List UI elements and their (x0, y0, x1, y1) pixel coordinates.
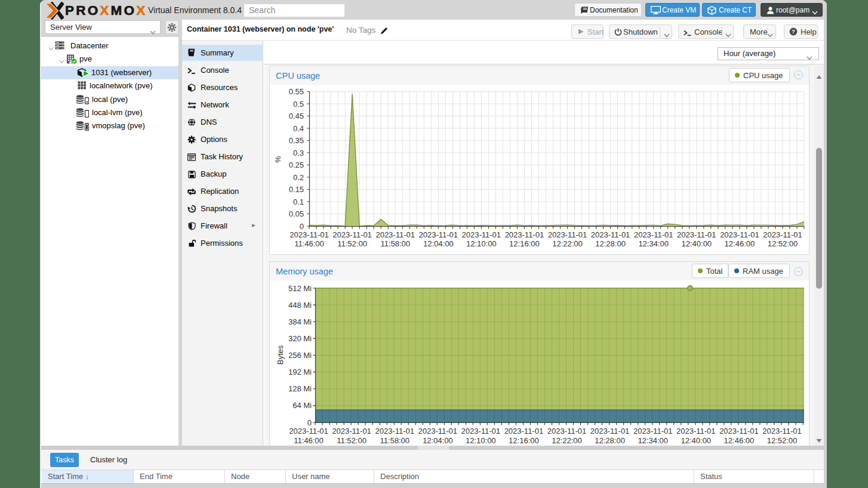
svg-text:12:04:00: 12:04:00 (423, 436, 453, 445)
svg-text:320 Mi: 320 Mi (288, 334, 312, 343)
svg-text:2023-11-01: 2023-11-01 (590, 427, 630, 436)
svg-text:2023-11-01: 2023-11-01 (548, 230, 587, 239)
svg-text:2023-11-01: 2023-11-01 (418, 427, 458, 436)
svg-text:512 Mi: 512 Mi (288, 284, 312, 293)
svg-text:0.15: 0.15 (289, 185, 304, 194)
svg-text:11:52:00: 11:52:00 (337, 239, 367, 248)
svg-text:384 Mi: 384 Mi (288, 317, 312, 326)
svg-text:2023-11-01: 2023-11-01 (676, 427, 716, 436)
svg-text:2023-11-01: 2023-11-01 (633, 427, 673, 436)
svg-text:12:46:00: 12:46:00 (725, 239, 755, 248)
svg-text:192 Mi: 192 Mi (288, 367, 312, 376)
svg-text:12:22:00: 12:22:00 (552, 436, 582, 445)
svg-text:12:22:00: 12:22:00 (552, 239, 583, 248)
svg-text:12:28:00: 12:28:00 (595, 239, 626, 248)
svg-text:2023-11-01: 2023-11-01 (677, 230, 716, 239)
svg-text:12:52:00: 12:52:00 (767, 436, 798, 445)
svg-text:12:28:00: 12:28:00 (595, 436, 625, 445)
svg-text:0.45: 0.45 (289, 112, 304, 121)
svg-text:0.05: 0.05 (289, 209, 304, 218)
svg-text:2023-11-01: 2023-11-01 (719, 427, 759, 436)
svg-text:2023-11-01: 2023-11-01 (547, 427, 587, 436)
svg-text:11:46:00: 11:46:00 (294, 239, 324, 248)
svg-text:12:10:00: 12:10:00 (466, 436, 496, 445)
svg-text:12:34:00: 12:34:00 (638, 436, 668, 445)
svg-text:2023-11-01: 2023-11-01 (375, 427, 414, 436)
svg-text:2023-11-01: 2023-11-01 (333, 230, 372, 239)
svg-text:2023-11-01: 2023-11-01 (462, 230, 501, 239)
svg-text:0.55: 0.55 (289, 87, 304, 96)
svg-text:448 Mi: 448 Mi (288, 301, 312, 310)
svg-text:2023-11-01: 2023-11-01 (332, 427, 371, 436)
svg-text:0.5: 0.5 (293, 100, 304, 109)
svg-text:12:16:00: 12:16:00 (509, 436, 539, 445)
svg-text:12:40:00: 12:40:00 (681, 436, 711, 445)
svg-text:12:10:00: 12:10:00 (466, 239, 497, 248)
svg-text:0.1: 0.1 (293, 197, 304, 206)
svg-text:?: ? (792, 28, 795, 35)
svg-text:12:46:00: 12:46:00 (724, 436, 755, 445)
svg-text:2023-11-01: 2023-11-01 (461, 427, 501, 436)
svg-text:128 Mi: 128 Mi (288, 384, 312, 393)
svg-text:12:52:00: 12:52:00 (768, 239, 798, 248)
svg-text:11:58:00: 11:58:00 (380, 239, 410, 248)
svg-text:0: 0 (300, 222, 304, 231)
svg-text:2023-11-01: 2023-11-01 (720, 230, 759, 239)
svg-text:64 Mi: 64 Mi (293, 401, 312, 410)
svg-text:12:40:00: 12:40:00 (681, 239, 712, 248)
svg-text:2023-11-01: 2023-11-01 (504, 427, 544, 436)
svg-text:12:16:00: 12:16:00 (509, 239, 540, 248)
svg-text:11:58:00: 11:58:00 (380, 436, 410, 445)
svg-text:2023-11-01: 2023-11-01 (419, 230, 458, 239)
svg-text:11:52:00: 11:52:00 (337, 436, 367, 445)
svg-text:2023-11-01: 2023-11-01 (290, 230, 329, 239)
svg-text:0.25: 0.25 (289, 160, 304, 169)
svg-text:2023-11-01: 2023-11-01 (763, 230, 802, 239)
svg-text:12:34:00: 12:34:00 (638, 239, 669, 248)
svg-text:2023-11-01: 2023-11-01 (634, 230, 673, 239)
svg-text:2023-11-01: 2023-11-01 (375, 230, 415, 239)
svg-text:0.35: 0.35 (289, 136, 304, 145)
svg-text:2023-11-01: 2023-11-01 (591, 230, 630, 239)
svg-text:0: 0 (307, 418, 312, 427)
svg-text:0.4: 0.4 (293, 124, 304, 133)
svg-text:0.3: 0.3 (293, 149, 304, 157)
svg-text:2023-11-01: 2023-11-01 (762, 427, 802, 436)
svg-text:%: % (273, 156, 282, 163)
svg-text:12:04:00: 12:04:00 (423, 239, 454, 248)
svg-text:Bytes: Bytes (276, 345, 285, 365)
svg-text:11:46:00: 11:46:00 (294, 436, 324, 445)
svg-text:2023-11-01: 2023-11-01 (505, 230, 544, 239)
svg-text:2023-11-01: 2023-11-01 (289, 427, 328, 436)
svg-text:256 Mi: 256 Mi (288, 351, 312, 360)
svg-text:0.2: 0.2 (293, 173, 304, 182)
